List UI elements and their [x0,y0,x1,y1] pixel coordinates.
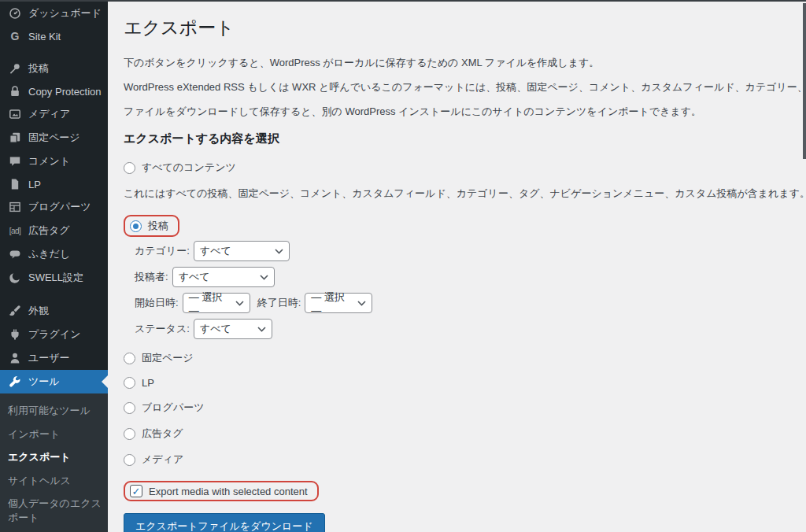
radio-circle[interactable] [124,377,135,389]
filter-row-author: 投稿者: すべて [135,267,790,287]
export-media-checkbox-row[interactable]: ✓ Export media with selected content [130,485,308,497]
sidebar-item-label: ふきだし [28,247,70,261]
export-page: エクスポート 下のボタンをクリックすると、WordPress がローカルに保存す… [108,2,806,532]
sidebar-item-swell-settings[interactable]: SWELL設定 [0,266,108,290]
sidebar-item-ad-tags[interactable]: [ad] 広告タグ [0,219,108,242]
sidebar-item-blog-parts[interactable]: ブログパーツ [0,195,108,219]
radio-option-lp[interactable]: LP [124,377,790,389]
active-menu-arrow [102,375,108,388]
sidebar-item-copy-protection[interactable]: Copy Protection [0,80,108,102]
brush-icon [7,305,23,317]
radio-option-media[interactable]: メディア [124,453,790,467]
radio-option-posts[interactable]: 投稿 [130,219,168,233]
sidebar-item-label: ユーザー [28,351,70,365]
status-select[interactable]: すべて [194,319,272,339]
swell-icon [7,272,23,284]
radio-circle[interactable] [124,162,135,174]
wrench-icon [7,375,23,388]
chevron-down-icon [235,301,244,306]
dashboard-icon [7,7,23,20]
lock-icon [7,85,23,98]
sidebar-item-appearance[interactable]: 外観 [0,299,108,323]
google-g-icon: G [7,30,23,42]
annotation-box-media-checkbox: ✓ Export media with selected content [124,481,319,501]
radio-label: 投稿 [148,219,168,233]
radio-circle-checked[interactable] [130,220,142,232]
radio-option-all-content[interactable]: すべてのコンテンツ [124,161,790,175]
sidebar-item-users[interactable]: ユーザー [0,346,108,370]
chevron-down-icon [275,249,283,254]
sidebar-item-label: SWELL設定 [28,271,83,285]
sidebar-item-label: メディア [28,107,70,121]
sidebar-item-label: 投稿 [28,61,49,76]
category-filter-label: カテゴリー: [135,244,190,258]
sidebar-item-lp[interactable]: LP [0,173,108,195]
author-select[interactable]: すべて [172,267,275,287]
intro-paragraph: WordPress eXtended RSS もしくは WXR と呼んでいるこの… [124,80,790,94]
sidebar-item-pages[interactable]: 固定ページ [0,126,108,150]
admin-sidebar: ダッシュボード G Site Kit 投稿 Copy Protection メデ… [0,2,108,532]
filter-row-status: ステータス: すべて [135,319,790,339]
radio-option-fixed-pages[interactable]: 固定ページ [124,351,790,365]
speech-bubble-icon [7,248,23,260]
radio-label: ブログパーツ [142,401,205,415]
sidebar-item-label: Copy Protection [28,86,102,98]
comment-icon [7,155,23,168]
sidebar-item-plugins[interactable]: プラグイン [0,323,108,346]
sidebar-item-posts[interactable]: 投稿 [0,57,108,80]
checkmark-icon: ✓ [132,486,141,497]
submenu-item-site-health[interactable]: サイトヘルス [8,469,103,493]
submenu-item-personal-data-erase[interactable]: 個人データの消去 [8,529,103,532]
chevron-down-icon [357,301,366,306]
ad-tag-icon: [ad] [7,227,23,235]
select-value: すべて [200,244,231,258]
sidebar-item-tools[interactable]: ツール [0,370,108,393]
sidebar-item-label: 固定ページ [28,131,80,145]
radio-label: LP [142,377,154,389]
tools-submenu: 利用可能なツール インポート エクスポート サイトヘルス 個人データのエクスポー… [0,393,108,532]
radio-circle[interactable] [124,402,135,414]
submenu-item-import[interactable]: インポート [8,423,103,446]
download-export-file-button[interactable]: エクスポートファイルをダウンロード [124,513,325,532]
radio-option-blog-parts[interactable]: ブログパーツ [124,401,790,415]
pages-icon [7,131,23,144]
radio-circle[interactable] [124,428,135,440]
sidebar-item-comments[interactable]: コメント [0,150,108,173]
radio-option-ad-tags[interactable]: 広告タグ [124,427,790,441]
intro-paragraph: 下のボタンをクリックすると、WordPress がローカルに保存するための XM… [124,56,790,70]
sidebar-item-fukidashi[interactable]: ふきだし [0,242,108,266]
submenu-item-available-tools[interactable]: 利用可能なツール [8,399,103,423]
plugin-icon [7,328,23,341]
end-date-filter-label: 終了日時: [257,296,301,310]
end-date-select[interactable]: — 選択 — [305,293,372,313]
media-icon [7,108,23,120]
filter-row-category: カテゴリー: すべて [135,241,790,261]
post-export-filters: カテゴリー: すべて 投稿者: すべて 開始日時: — 選択 — [135,241,790,339]
select-value: — 選択 — [189,290,235,316]
submenu-item-personal-data-export[interactable]: 個人データのエクスポート [8,492,103,529]
select-value: — 選択 — [311,290,357,316]
status-filter-label: ステータス: [135,322,190,336]
chevron-down-icon [257,327,266,332]
pushpin-icon [7,62,23,75]
category-select[interactable]: すべて [194,241,290,261]
radio-circle[interactable] [124,353,135,364]
sidebar-item-dashboard[interactable]: ダッシュボード [0,2,108,25]
radio-label: 固定ページ [142,351,194,365]
select-value: すべて [200,322,231,336]
export-media-checkbox[interactable]: ✓ [130,485,142,497]
filter-row-dates: 開始日時: — 選択 — 終了日時: — 選択 — [135,293,790,313]
submenu-item-export[interactable]: エクスポート [8,445,103,469]
sidebar-item-label: 広告タグ [28,224,70,238]
radio-circle[interactable] [124,454,135,466]
sidebar-item-media[interactable]: メディア [0,102,108,126]
grid-icon [7,201,23,213]
all-content-description: これにはすべての投稿、固定ページ、コメント、カスタムフィールド、カテゴリー、タグ… [124,187,790,201]
wordpress-admin-screen: ダッシュボード G Site Kit 投稿 Copy Protection メデ… [0,0,806,532]
scrollbar-thumb[interactable] [803,3,806,159]
sidebar-item-label: Site Kit [28,31,61,42]
start-date-select[interactable]: — 選択 — [183,293,250,313]
chevron-down-icon [260,275,268,280]
intro-paragraph: ファイルをダウンロードして保存すると、別の WordPress インストールにこ… [124,105,790,119]
sidebar-item-site-kit[interactable]: G Site Kit [0,25,108,47]
